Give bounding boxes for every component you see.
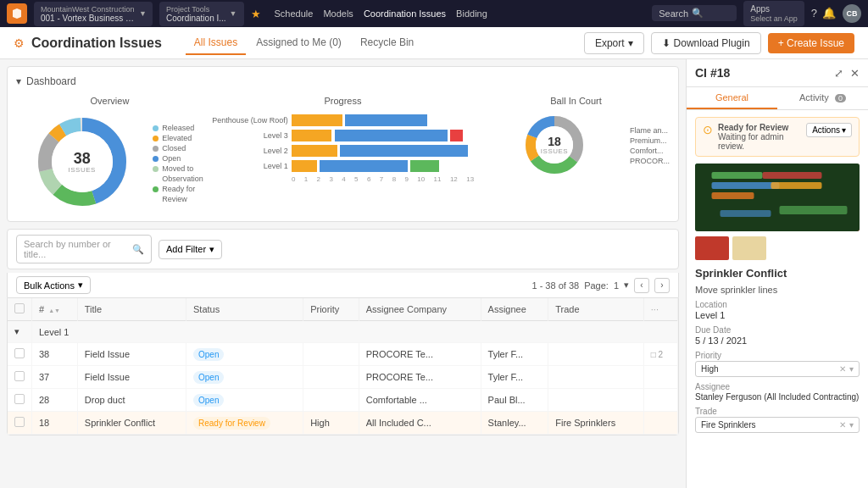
table-row[interactable]: 37 Field Issue Open PROCORE Te... Tyler … [8,366,678,389]
dashboard-toggle[interactable]: ▾ Dashboard [16,75,670,87]
issue-search-input[interactable]: Search by number or title... 🔍 [16,235,152,263]
bar-label: Level 3 [212,131,288,140]
select-all-checkbox[interactable] [14,303,25,313]
trade-x-icon[interactable]: ✕ [839,420,846,430]
tab-all-issues[interactable]: All Issues [186,31,246,55]
tab-recycle-bin[interactable]: Recycle Bin [352,31,422,55]
notification-icon[interactable]: 🔔 [822,7,836,19]
nav-link-schedule[interactable]: Schedule [275,8,314,19]
col-title: Title [77,298,186,321]
export-button[interactable]: Export ▾ [584,32,644,54]
apps-selector[interactable]: Apps Select an App [743,1,804,27]
rp-actions-button[interactable]: Actions ▾ [806,123,852,137]
ball-in-court-legend: Flame an... Premium... Comfort... PROCOR… [630,126,670,167]
legend-dot [153,186,159,192]
ball-in-court-donut: 18 ISSUES [520,111,588,179]
legend-dot [153,146,159,152]
close-icon[interactable]: ✕ [850,67,860,80]
pagination-info: 1 - 38 of 38 Page: 1 ▾ ‹ › [531,278,670,293]
help-icon[interactable]: ? [811,7,817,19]
global-search-box[interactable]: Search 🔍 [652,5,737,21]
tab-assigned-to-me[interactable]: Assigned to Me (0) [248,31,350,55]
trade-value: Fire Sprinklers [701,420,755,430]
row-checkbox[interactable] [14,394,25,404]
rp-alert-text: Ready for Review Waiting for admin revie… [718,123,801,151]
nav-logo[interactable] [7,3,27,24]
nav-link-models[interactable]: Models [323,8,353,19]
row-checkbox[interactable] [14,371,25,381]
trade-select-actions: ✕ ▾ [839,420,854,430]
tools-selector[interactable]: Project Tools Coordination I... ▼ [159,2,244,26]
row-status: Open [186,366,303,389]
table-row[interactable]: 38 Field Issue Open PROCORE Te... Tyler … [8,343,678,366]
rp-issue-image[interactable] [695,164,860,231]
nav-link-bidding[interactable]: Bidding [456,8,487,19]
overview-title: Overview [16,96,203,106]
table-row[interactable]: 28 Drop duct Open Comfortable ... Paul B… [8,389,678,412]
thumbnail[interactable] [695,236,729,260]
row-extra [643,389,677,412]
bar-area [292,114,474,126]
assignee-label: Assignee [695,382,860,391]
add-filter-button[interactable]: Add Filter ▾ [159,240,222,259]
row-assignee-company: PROCORE Te... [359,343,481,366]
company-name: MountainWest Construction [41,5,136,14]
alert-icon: ⊙ [703,123,713,136]
row-trade [548,389,644,412]
external-link-icon[interactable]: ⤢ [834,67,843,80]
row-checkbox-cell [8,389,32,412]
table-row[interactable]: 18 Sprinkler Conflict Ready for Review H… [8,412,678,435]
favorites-star-icon[interactable]: ★ [251,8,261,20]
bar-seg-blue [335,130,448,141]
sort-icon[interactable]: ▲▼ [48,308,60,313]
legend-dot [153,136,159,141]
search-icon: 🔍 [692,8,704,19]
row-checkbox-cell [8,366,32,389]
priority-chevron-icon[interactable]: ▾ [849,364,854,374]
row-status: Open [186,343,303,366]
col-num: # ▲▼ [32,298,78,321]
download-plugin-button[interactable]: ⬇ Download Plugin [651,32,761,54]
priority-select[interactable]: High ✕ ▾ [695,361,860,377]
svg-rect-16 [712,172,763,179]
col-assignee-company: Assignee Company [359,298,481,321]
nav-link-coordination[interactable]: Coordination Issues [364,8,446,19]
bulk-actions-button[interactable]: Bulk Actions ▾ [16,276,91,294]
user-avatar[interactable]: CB [843,4,861,23]
trade-chevron-icon[interactable]: ▾ [849,420,854,430]
row-priority: High [303,412,359,435]
filter-label: Add Filter [166,244,206,254]
create-issue-button[interactable]: + Create Issue [768,33,854,53]
col-trade: Trade [548,298,644,321]
svg-rect-18 [712,192,754,199]
search-placeholder: Search by number or title... [24,239,129,259]
next-page-button[interactable]: › [654,278,670,293]
progress-bars: Penthouse (Low Roof) Level 3 [212,111,474,186]
rp-header-icons: ⤢ ✕ [834,67,860,80]
project-selector[interactable]: MountainWest Construction 001 - Vortex B… [34,2,153,26]
group-expand-icon[interactable]: ▾ [8,321,32,343]
header-actions: Export ▾ ⬇ Download Plugin + Create Issu… [584,32,854,54]
priority-x-icon[interactable]: ✕ [839,364,846,374]
bar-seg-red [450,130,463,141]
row-num: 28 [32,389,78,412]
thumbnail[interactable] [732,236,766,260]
trade-select[interactable]: Fire Sprinklers ✕ ▾ [695,417,860,433]
row-checkbox[interactable] [14,348,25,358]
col-more[interactable]: ··· [643,298,677,321]
row-title: Field Issue [77,366,186,389]
rp-description-field: Move sprinkler lines [695,285,860,295]
bar-axis: 012345678910111213 [212,175,474,183]
filter-chevron-icon: ▾ [209,244,214,255]
overview-donut: 38 ISSUES [31,111,133,213]
bar-area [292,145,474,157]
rp-tab-general[interactable]: General [687,87,777,109]
row-checkbox[interactable] [14,417,25,427]
bulk-actions-label: Bulk Actions [24,280,75,291]
rp-tab-activity[interactable]: Activity 0 [777,87,868,109]
row-assignee: Paul Bl... [481,389,548,412]
prev-page-button[interactable]: ‹ [634,278,649,293]
svg-rect-19 [763,172,822,179]
project-dropdown-icon: ▼ [139,9,146,18]
legend-ready2: Review [153,195,203,203]
